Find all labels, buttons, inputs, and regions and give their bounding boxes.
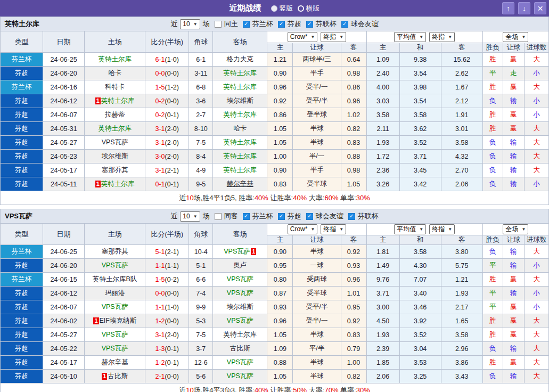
same-side-checkbox[interactable] — [215, 21, 222, 28]
team-name-text: VPS瓦萨 — [102, 345, 128, 352]
league-filter-checkbox[interactable]: ✓ — [341, 21, 348, 28]
league-filter-checkbox[interactable]: ✓ — [306, 21, 313, 28]
horizontal-layout-radio[interactable] — [298, 5, 304, 12]
odds-company-select[interactable]: Crow*▼ — [288, 224, 318, 234]
avg-source-select[interactable]: 平均值▼ — [394, 32, 426, 42]
handicap-line: 受半球 — [293, 287, 341, 300]
result-goals: 小 — [524, 67, 548, 80]
record-summary: 近10场,胜4平3负3, 胜率:40% 让胜率:50% 大率:70% 单率:30… — [0, 383, 549, 392]
league-type-badge: 芬兰杯 — [1, 245, 43, 259]
chevron-down-icon: ▼ — [339, 35, 343, 39]
full-time-score: 3-0 — [155, 153, 165, 160]
games-label: 场 — [203, 211, 210, 221]
odds-home: 0.93 — [267, 300, 293, 314]
team-name-text: 塞那乔其 — [102, 166, 128, 174]
avg-draw-odds: 3.53 — [399, 356, 441, 370]
odds-home: 0.95 — [267, 259, 293, 273]
avg-stage-select[interactable]: 终指▼ — [429, 224, 455, 234]
match-count-select[interactable]: 10▼ — [180, 19, 200, 29]
summary-label: 大率: — [307, 194, 324, 202]
handicap-line: 受两球 — [293, 273, 341, 287]
odds-away: 1.01 — [341, 287, 366, 300]
result-goals: 大 — [524, 328, 548, 342]
avg-selector-group: 平均值▼终指▼ — [366, 224, 482, 235]
vertical-layout-radio[interactable] — [271, 5, 277, 12]
away-team: 埃尔维斯 — [213, 300, 267, 314]
avg-draw-odds: 3.45 — [399, 164, 441, 177]
odds-away: 0.96 — [341, 94, 366, 108]
league-filter-checkbox[interactable]: ✓ — [278, 213, 285, 220]
horizontal-layout-label[interactable]: 横版 — [306, 4, 320, 13]
full-time-score: 0-0 — [155, 70, 165, 77]
odds-stage-select[interactable]: 终指▼ — [321, 32, 346, 42]
result-winloss: 胜 — [482, 273, 503, 287]
league-filter-checkbox[interactable]: ✓ — [306, 213, 313, 220]
panel-title: 近期战绩 — [230, 3, 261, 13]
full-half-score: 1-1(1-0) — [145, 300, 189, 314]
odds-company-select-value: Crow* — [290, 225, 308, 233]
avg-draw-odds: 3.98 — [399, 80, 441, 94]
home-team: 1英特土尔库 — [85, 177, 145, 191]
half-time-score: (1-1) — [165, 262, 179, 270]
match-date: 24-06-02 — [43, 314, 85, 328]
home-team: 塞那乔其 — [85, 245, 145, 259]
match-row: 芬超24-06-07VPS瓦萨1-1(1-0)9-9埃尔维斯0.93受平/半0.… — [1, 300, 549, 314]
odds-away: 0.92 — [341, 245, 366, 259]
league-filter-checkbox[interactable]: ✓ — [243, 213, 250, 220]
avg-home-odds: 4.00 — [366, 80, 399, 94]
move-up-icon[interactable]: ↑ — [502, 2, 514, 14]
league-filter-label: 芬联杯 — [358, 211, 379, 221]
summary-label: 场,胜4平1负5, 胜率: — [194, 194, 255, 202]
result-goals: 小 — [524, 108, 548, 122]
team-name-text: 哈卡 — [108, 69, 121, 77]
handicap-line: 平手 — [293, 67, 341, 80]
away-team: 哈卡 — [213, 122, 267, 136]
half-time-score: (0-0) — [165, 70, 179, 77]
matches-table: 类型日期主场比分(半场)角球客场Crow*▼终指▼平均值▼终指▼全场▼主让球客主… — [0, 31, 549, 191]
odds-home: 0.90 — [267, 67, 293, 80]
scope-select[interactable]: 全场▼ — [503, 32, 528, 42]
avg-stage-select-value: 终指 — [432, 225, 445, 234]
odds-stage-select-value: 终指 — [323, 32, 336, 42]
league-filter-checkbox[interactable]: ✓ — [348, 213, 355, 220]
close-icon[interactable]: ✕ — [534, 2, 546, 14]
same-side-checkbox[interactable] — [215, 213, 222, 220]
summary-value: 40% — [255, 194, 268, 202]
away-team: 英特土尔库 — [213, 328, 267, 342]
result-handicap: 输 — [503, 94, 524, 108]
team-name-text: 英特土尔库 — [224, 152, 257, 160]
column-subheader: 和 — [399, 235, 441, 245]
team-name-text: VPS瓦萨 — [227, 372, 253, 380]
vertical-layout-label[interactable]: 竖版 — [280, 4, 293, 13]
league-filter-checkbox[interactable]: ✓ — [278, 21, 285, 28]
full-half-score: 6-1(1-0) — [145, 53, 189, 67]
result-winloss: 负 — [482, 245, 503, 259]
league-type-badge: 芬超 — [1, 300, 43, 314]
odds-stage-select-value: 终指 — [323, 225, 336, 234]
avg-stage-select[interactable]: 终指▼ — [429, 32, 455, 42]
full-half-score: 0-0(0-0) — [145, 67, 189, 80]
league-type-badge: 芬超 — [1, 314, 43, 328]
avg-draw-odds: 3.52 — [399, 328, 441, 342]
match-count-select[interactable]: 10▼ — [180, 211, 200, 222]
result-handicap: 走 — [503, 67, 524, 80]
odds-home: 0.87 — [267, 287, 293, 300]
team-name-text: 赫尔辛基 — [227, 180, 253, 187]
avg-away-odds: 3.01 — [441, 122, 482, 136]
move-down-icon[interactable]: ↓ — [518, 2, 530, 14]
corner-score: 6-1 — [189, 53, 213, 67]
handicap-line: 受平/半 — [293, 300, 341, 314]
odds-company-select[interactable]: Crow*▼ — [288, 32, 318, 42]
column-header: 类型 — [1, 31, 43, 53]
odds-stage-select[interactable]: 终指▼ — [321, 224, 346, 234]
avg-source-select[interactable]: 平均值▼ — [394, 224, 426, 234]
league-filter-checkbox[interactable]: ✓ — [243, 21, 250, 28]
scope-select[interactable]: 全场▼ — [503, 224, 528, 234]
full-half-score: 3-1(2-0) — [145, 328, 189, 342]
full-half-score: 1-3(0-1) — [145, 342, 189, 356]
column-subheader: 主 — [267, 235, 293, 245]
column-header: 比分(半场) — [145, 224, 189, 245]
result-winloss: 胜 — [482, 80, 503, 94]
half-time-score: (1-0) — [165, 304, 179, 311]
half-time-score: (1-0) — [165, 56, 179, 63]
